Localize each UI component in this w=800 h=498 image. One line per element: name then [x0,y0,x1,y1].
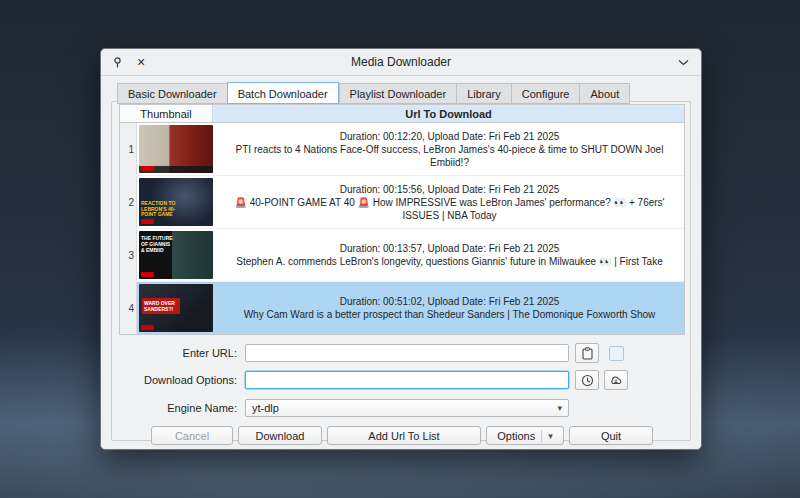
download-options-input[interactable] [245,371,569,389]
download-button[interactable]: Download [238,426,322,445]
video-title: Why Cam Ward is a better prospect than S… [244,308,656,321]
engine-name-label: Engine Name: [119,402,237,414]
video-title: PTI reacts to 4 Nations Face-Off success… [221,143,678,169]
tab-about[interactable]: About [579,83,630,104]
clipboard-monitor-checkbox[interactable] [609,346,624,361]
tab-basic-downloader[interactable]: Basic Downloader [117,83,227,104]
video-thumbnail: WARD OVER SANDERS?! [139,284,213,332]
desktop: { "window": { "title": "Media Downloader… [0,0,800,498]
thumbnail-caption: WARD OVER SANDERS?! [142,298,180,314]
tab-bar: Basic Downloader Batch Downloader Playli… [117,82,630,104]
table-row-selected[interactable]: 4 WARD OVER SANDERS?! Duration: 00:51:02… [120,282,684,334]
chevron-down-icon: ▾ [541,430,553,442]
video-thumbnail: REACTION TO LEBRON'S 40-POINT GAME [139,178,213,226]
row-number: 2 [120,176,137,228]
tab-playlist-downloader[interactable]: Playlist Downloader [339,83,457,104]
video-meta: Duration: 00:51:02, Upload Date: Fri Feb… [340,295,560,308]
quit-button[interactable]: Quit [569,426,653,445]
table-row[interactable]: 1 Duration: 00:12:20, Upload Date: Fri F… [120,123,684,176]
clock-history-icon [581,374,594,387]
options-history-button[interactable] [575,370,599,390]
cancel-button[interactable]: Cancel [151,426,233,445]
window-title: Media Downloader [101,49,701,75]
enter-url-label: Enter URL: [119,347,237,359]
cloud-download-icon [609,374,623,386]
column-header-url[interactable]: Url To Download [213,105,684,122]
engine-select[interactable]: yt-dlp ▾ [245,399,569,417]
espn-logo [141,272,154,277]
tab-batch-downloader[interactable]: Batch Downloader [227,82,339,104]
enter-url-input[interactable] [245,344,569,362]
thumbnail-caption: THE FUTURE OF GIANNIS & EMBIID [141,235,173,253]
chevron-down-icon: ▾ [557,403,562,413]
download-options-label: Download Options: [119,374,237,386]
espn-logo [141,219,154,224]
row-number: 3 [120,229,137,281]
video-meta: Duration: 00:15:56, Upload Date: Fri Feb… [340,183,560,196]
espn-logo [141,325,154,330]
table-row[interactable]: 3 THE FUTURE OF GIANNIS & EMBIID Duratio… [120,229,684,282]
options-button-label: Options [497,430,535,442]
row-number: 4 [120,282,137,334]
download-options-extra-button[interactable] [604,370,628,390]
espn-logo [141,166,154,171]
options-button[interactable]: Options ▾ [486,426,564,445]
table-header-row: Thumbnail Url To Download [120,105,684,123]
clipboard-icon [582,347,593,360]
chevron-down-icon[interactable] [675,54,691,70]
download-list-table: Thumbnail Url To Download 1 Duration: 00… [119,104,685,335]
tab-library[interactable]: Library [456,83,511,104]
video-meta: Duration: 00:13:57, Upload Date: Fri Feb… [340,242,560,255]
row-number: 1 [120,123,137,175]
tab-configure[interactable]: Configure [511,83,580,104]
thumbnail-caption: REACTION TO LEBRON'S 40-POINT GAME [141,201,179,218]
column-header-thumbnail[interactable]: Thumbnail [120,105,213,122]
engine-selected-value: yt-dlp [252,402,279,414]
titlebar: × Media Downloader [101,49,701,76]
media-downloader-window: × Media Downloader Basic Downloader Batc… [100,48,702,450]
table-row[interactable]: 2 REACTION TO LEBRON'S 40-POINT GAME Dur… [120,176,684,229]
video-thumbnail: THE FUTURE OF GIANNIS & EMBIID [139,231,213,279]
video-thumbnail [139,125,213,173]
paste-clipboard-button[interactable] [575,343,599,363]
action-button-bar: Cancel Download Add Url To List Options … [151,426,653,445]
video-title: 🚨 40-POINT GAME AT 40 🚨 How IMPRESSIVE w… [221,196,678,222]
video-meta: Duration: 00:12:20, Upload Date: Fri Feb… [340,130,560,143]
video-title: Stephen A. commends LeBron's longevity, … [236,255,663,268]
add-url-to-list-button[interactable]: Add Url To List [327,426,481,445]
